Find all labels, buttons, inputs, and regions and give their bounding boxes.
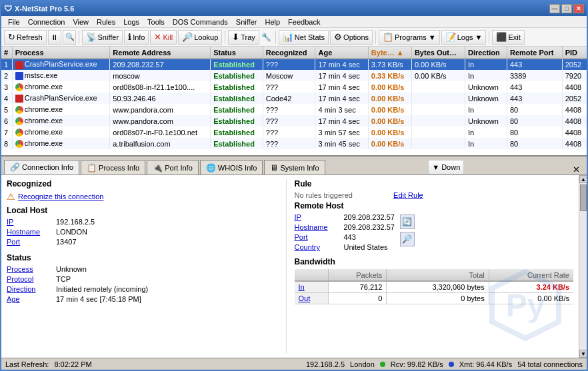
cell-pid: 7920: [562, 70, 587, 81]
tab-whois-info[interactable]: 🌐 WHOIS Info: [200, 160, 263, 175]
cell-num: 5: [1, 104, 12, 115]
col-status[interactable]: Status: [211, 47, 263, 59]
remote-country-label[interactable]: Country: [295, 243, 341, 251]
tab-connection-info[interactable]: 🔗 Connection Info: [4, 160, 79, 175]
cell-port: 80: [507, 104, 562, 115]
menu-help[interactable]: Help: [261, 17, 284, 27]
system-info-tab-label: System Info: [280, 164, 319, 172]
bw-col-total: Total: [387, 269, 489, 281]
col-direction[interactable]: Direction: [465, 47, 507, 59]
scroll-down-arrow[interactable]: ▼: [579, 350, 587, 358]
cell-recognized: ???: [263, 138, 315, 149]
cell-process: chrome.exe: [12, 81, 110, 93]
col-bytes-out[interactable]: Bytes Out…: [411, 47, 465, 59]
local-hostname-label[interactable]: Hostname: [7, 228, 53, 236]
lookup-button[interactable]: 🔎Lookup: [178, 30, 222, 45]
cell-remote: ord08s07-in-F0.1e100.net: [110, 127, 211, 138]
status-age-label[interactable]: Age: [7, 295, 53, 303]
tab-process-info[interactable]: 📋 Process Info: [81, 160, 145, 175]
find-button[interactable]: 🔍: [63, 30, 76, 45]
table-row[interactable]: 2 mstsc.exe moscow Established Moscow 17…: [1, 70, 587, 81]
cell-status: Established: [211, 115, 263, 127]
options-button[interactable]: ⚙Options: [330, 30, 373, 45]
col-port[interactable]: Remote Port: [507, 47, 562, 59]
cell-port: 443: [507, 93, 562, 104]
remote-ip-label[interactable]: IP: [295, 213, 341, 221]
menu-dos[interactable]: DOS Commands: [169, 17, 232, 27]
table-row[interactable]: 8 chrome.exe a.tribalfusion.com Establis…: [1, 138, 587, 149]
cell-bytes-out: [411, 115, 465, 127]
close-button[interactable]: ✕: [573, 4, 584, 13]
table-row[interactable]: 1 CrashPlanService.exe 209.208.232.57 Es…: [1, 59, 587, 70]
tab-system-info[interactable]: 🖥 System Info: [264, 160, 325, 175]
table-row[interactable]: 6 chrome.exe www.pandora.com Established…: [1, 115, 587, 127]
menu-rules[interactable]: Rules: [93, 17, 119, 27]
info-button[interactable]: ℹInfo: [124, 30, 149, 45]
bw-in-label[interactable]: In: [295, 281, 329, 292]
menu-feedback[interactable]: Feedback: [284, 17, 324, 27]
status-age-value: 17 min 4 sec [7:45:18 PM]: [56, 295, 141, 303]
table-row[interactable]: 4 CrashPlanService.exe 50.93.246.46 Esta…: [1, 93, 587, 104]
port-info-tab-icon: 🔌: [153, 163, 163, 173]
local-ip-label[interactable]: IP: [7, 218, 53, 226]
local-port-label[interactable]: Port: [7, 238, 53, 246]
col-process[interactable]: Process: [12, 47, 110, 59]
pause-button[interactable]: ⏸: [48, 30, 61, 45]
cell-bytes-in: 0.00 KB/s: [368, 81, 411, 93]
cell-remote: moscow: [110, 70, 211, 81]
bw-out-packets: 0: [328, 292, 387, 304]
maximize-button[interactable]: □: [561, 4, 572, 13]
menu-sniffer[interactable]: Sniffer: [232, 17, 261, 27]
sniffer-button[interactable]: 📡Sniffer: [82, 30, 123, 45]
menu-logs[interactable]: Logs: [119, 17, 143, 27]
col-recognized[interactable]: Recognized: [263, 47, 315, 59]
remote-host-fields: IP 209.208.232.57 Hostname 209.208.232.5…: [295, 213, 574, 253]
status-process-label[interactable]: Process: [7, 265, 53, 273]
remote-country-row: Country United States: [295, 243, 395, 251]
status-protocol-label[interactable]: Protocol: [7, 275, 53, 283]
minimize-button[interactable]: —: [549, 4, 560, 13]
cell-num: 6: [1, 115, 12, 127]
connection-info-tab-icon: 🔗: [10, 163, 20, 172]
refresh-button[interactable]: ↻Refresh: [4, 30, 47, 45]
table-row[interactable]: 7 chrome.exe ord08s07-in-F0.1e100.net Es…: [1, 127, 587, 138]
cell-age: 17 min 4 sec: [315, 93, 368, 104]
status-direction-label[interactable]: Direction: [7, 285, 53, 293]
col-num[interactable]: #: [1, 47, 12, 59]
col-remote[interactable]: Remote Address: [110, 47, 211, 59]
cell-port: 443: [507, 81, 562, 93]
no-rules-text: No rules triggered: [295, 191, 353, 199]
down-button[interactable]: ▼ Down: [428, 160, 464, 175]
cell-bytes-out: [411, 127, 465, 138]
remote-hostname-label[interactable]: Hostname: [295, 223, 341, 231]
scroll-thumb[interactable]: [580, 185, 587, 211]
scroll-up-arrow[interactable]: ▲: [579, 175, 587, 183]
menu-connection[interactable]: Connection: [24, 17, 69, 27]
refresh-remote-icon[interactable]: 🔄: [400, 214, 415, 229]
lookup-remote-icon[interactable]: 🔎: [400, 232, 415, 246]
netstats-button[interactable]: 📊Net Stats: [279, 30, 329, 45]
edit-rule-link[interactable]: Edit Rule: [393, 191, 423, 199]
exit-button[interactable]: ⬛Exit: [492, 30, 524, 45]
col-bytes-in[interactable]: Byte… ▲: [368, 47, 411, 59]
bandwidth-section-title: Bandwidth: [295, 257, 574, 266]
tab-port-info[interactable]: 🔌 Port Info: [147, 160, 199, 175]
bw-out-label[interactable]: Out: [295, 292, 329, 304]
menu-file[interactable]: File: [4, 17, 24, 27]
logs-button[interactable]: 📝Logs ▼: [441, 30, 487, 45]
kill-button[interactable]: ✕Kill: [150, 30, 177, 45]
table-row[interactable]: 3 chrome.exe ord08s08-in-f21.1e100.... E…: [1, 81, 587, 93]
col-pid[interactable]: PID: [562, 47, 587, 59]
table-row[interactable]: 5 chrome.exe www.pandora.com Established…: [1, 104, 587, 115]
tray-button[interactable]: ⬇Tray: [228, 30, 259, 45]
programs-button[interactable]: 📋Programs ▼: [379, 30, 440, 45]
info-scrollbar[interactable]: ▲ ▼: [579, 175, 587, 358]
status-bar: Last Refresh: 8:02:22 PM 192.168.2.5 Lon…: [1, 358, 587, 370]
remote-port-label[interactable]: Port: [295, 233, 341, 241]
tab-close-button[interactable]: ✕: [570, 165, 583, 175]
recognize-connection-link[interactable]: Recognize this connection: [18, 192, 103, 200]
menu-tools[interactable]: Tools: [143, 17, 169, 27]
cell-pid: 4408: [562, 104, 587, 115]
menu-view[interactable]: View: [69, 17, 93, 27]
col-age[interactable]: Age: [315, 47, 368, 59]
